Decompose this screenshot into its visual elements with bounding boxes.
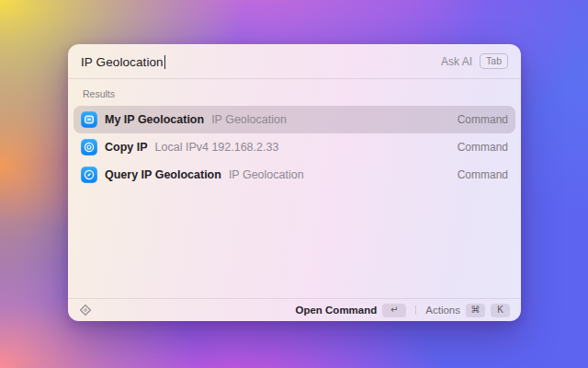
search-bar: IP Geolocation Ask AI Tab <box>68 44 521 79</box>
search-query-text: IP Geolocation <box>81 55 164 69</box>
ask-ai-button[interactable]: Ask AI <box>441 55 472 68</box>
my-ip-geolocation-app-icon <box>81 111 97 128</box>
k-keycap[interactable]: K <box>491 304 510 317</box>
result-subtitle: Local IPv4 192.168.2.33 <box>155 141 279 154</box>
status-bar: Open Command ↵ Actions ⌘ K <box>68 298 521 321</box>
desktop-background: IP Geolocation Ask AI Tab Results My IP … <box>0 0 588 368</box>
result-title: My IP Geolocation <box>105 113 204 126</box>
result-row[interactable]: My IP Geolocation IP Geolocation Command <box>74 106 515 133</box>
open-command-button[interactable]: Open Command <box>295 305 377 316</box>
footer-divider <box>415 305 416 315</box>
result-type-badge: Command <box>458 141 508 154</box>
results-list: My IP Geolocation IP Geolocation Command… <box>74 106 515 189</box>
actions-button[interactable]: Actions <box>425 305 460 316</box>
result-subtitle: IP Geolocation <box>229 168 304 181</box>
result-type-badge: Command <box>458 168 508 181</box>
results-panel: Results My IP Geolocation IP Geolocation… <box>68 79 521 298</box>
result-title: Copy IP <box>105 141 148 154</box>
result-subtitle: IP Geolocation <box>211 113 287 126</box>
copy-ip-app-icon <box>81 139 97 155</box>
return-keycap[interactable]: ↵ <box>382 304 406 317</box>
command-keycap[interactable]: ⌘ <box>466 304 485 317</box>
result-row[interactable]: Query IP Geolocation IP Geolocation Comm… <box>74 161 515 189</box>
query-ip-geolocation-app-icon <box>81 167 97 183</box>
launcher-logo-icon <box>79 304 92 316</box>
launcher-window: IP Geolocation Ask AI Tab Results My IP … <box>68 44 521 321</box>
result-type-badge: Command <box>458 113 508 126</box>
tab-keycap[interactable]: Tab <box>480 53 508 69</box>
text-cursor <box>164 55 166 69</box>
result-row[interactable]: Copy IP Local IPv4 192.168.2.33 Command <box>74 133 515 161</box>
results-section-label: Results <box>74 86 515 106</box>
search-input[interactable]: IP Geolocation <box>81 53 165 70</box>
result-title: Query IP Geolocation <box>105 168 221 181</box>
